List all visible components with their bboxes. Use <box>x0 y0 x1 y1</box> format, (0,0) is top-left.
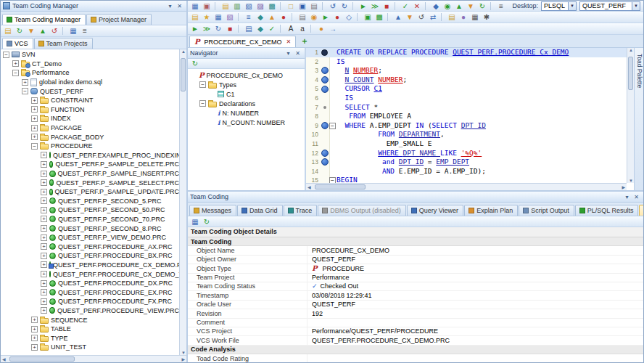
expand-icon[interactable]: + <box>41 197 47 204</box>
expand-icon[interactable]: + <box>41 207 47 213</box>
info-gutter-icon[interactable] <box>321 67 329 74</box>
tab-profiler[interactable]: Profiler <box>639 205 643 216</box>
expand-icon[interactable]: + <box>12 60 19 67</box>
code-line[interactable]: 6 IS <box>306 94 627 103</box>
refresh-list-icon[interactable]: ↻ <box>14 26 25 36</box>
expand-icon[interactable]: + <box>31 344 38 351</box>
execute-statement-icon[interactable]: ► <box>189 24 201 33</box>
code-line[interactable]: 10 FROM DEPARTMENT, <box>306 130 627 139</box>
compile-icon[interactable]: ▣ <box>362 12 373 22</box>
goto-line-icon[interactable]: → <box>327 24 339 33</box>
code-line[interactable]: 11 EMP_SMALL E <box>306 139 627 149</box>
toad-options-icon[interactable]: ≡ <box>495 1 507 11</box>
database-monitor-icon[interactable]: ▩ <box>266 1 278 11</box>
explain-plan-icon[interactable]: ▲ <box>266 12 278 22</box>
expand-icon[interactable]: + <box>41 161 47 168</box>
tree-item[interactable]: −SVN <box>1 50 179 60</box>
tree-item[interactable]: +TABLE <box>1 325 179 334</box>
info-gutter-icon[interactable] <box>321 122 329 129</box>
end-connection-icon[interactable]: ▣ <box>201 1 212 11</box>
collapse-icon[interactable]: − <box>31 143 38 150</box>
pin-icon[interactable]: ▾ <box>165 1 175 11</box>
vcs-check-in-icon[interactable]: ▲ <box>392 12 404 22</box>
tree-item[interactable]: +TYPE <box>1 333 179 343</box>
execute-script-icon[interactable]: ≫ <box>369 1 381 11</box>
tab-trace[interactable]: Trace <box>284 205 318 216</box>
vcs-tree-vertical-scrollbar[interactable] <box>179 49 186 355</box>
check-in-icon[interactable]: ▲ <box>37 26 49 36</box>
toad-palette-strip[interactable]: Toad Palette <box>634 48 643 190</box>
tree-item[interactable]: PROCEDURE_Cx_DEMO <box>188 70 305 80</box>
tab-explain-plan[interactable]: Explain Plan <box>464 205 518 216</box>
calculator-icon[interactable]: ▦ <box>469 12 481 22</box>
expand-icon[interactable]: + <box>31 317 38 323</box>
code-line[interactable]: 9− WHERE A.EMP_DEPT IN (SELECT DPT_ID <box>306 121 627 131</box>
info-gutter-icon[interactable] <box>321 76 329 83</box>
info-gutter-icon[interactable] <box>321 158 329 166</box>
tree-item[interactable]: +QUEST_PERF.P_SAMPLE_DELETE.PRC <box>1 160 179 169</box>
mark-gutter-icon[interactable] <box>321 49 329 56</box>
session-browser-icon[interactable]: ▨ <box>255 1 266 11</box>
tree-item[interactable]: +QUEST_PERF.PROCEDURE_VIEW.PRC <box>1 306 179 316</box>
undo-icon[interactable]: ↺ <box>327 1 339 11</box>
undo-checkout-icon[interactable]: ↺ <box>49 26 60 36</box>
close-icon[interactable]: ✕ <box>175 1 184 11</box>
code-editor[interactable]: 1CREATE OR REPLACE PROCEDURE QUEST_PERF.… <box>306 48 634 190</box>
tab-query-viewer[interactable]: Query Viewer <box>407 205 463 216</box>
check-in-object-icon[interactable]: ▲ <box>453 1 465 11</box>
pin-icon[interactable]: ▾ <box>284 49 293 58</box>
tree-item[interactable]: −Declarations <box>188 99 305 108</box>
expand-icon[interactable]: + <box>41 216 47 222</box>
dot-gutter-icon[interactable] <box>321 106 329 109</box>
tree-item[interactable]: +QUEST_PERF.P_SECOND_8.PRC <box>1 224 179 233</box>
collapse-icon[interactable]: − <box>22 88 28 94</box>
code-line[interactable]: 8 FROM EMPLOYEE A <box>306 112 627 121</box>
fold-icon[interactable]: − <box>329 123 336 129</box>
tree-item[interactable]: −QUEST_PERF <box>1 86 179 96</box>
expand-icon[interactable]: + <box>41 179 47 186</box>
expand-icon[interactable]: + <box>31 335 38 341</box>
expand-icon[interactable]: + <box>41 298 47 305</box>
font-smaller-icon[interactable]: a <box>297 24 308 33</box>
fold-icon[interactable]: − <box>329 177 336 183</box>
format-code-icon[interactable]: ≡ <box>243 12 255 22</box>
tree-item[interactable]: +PACKAGE_BODY <box>1 132 179 142</box>
sql-editor-icon[interactable]: ▧ <box>243 1 255 11</box>
tree-item[interactable]: +PACKAGE <box>1 123 179 133</box>
expand-icon[interactable]: + <box>41 234 47 241</box>
tree-item[interactable]: −Types <box>188 80 305 89</box>
expand-icon[interactable]: + <box>31 134 38 140</box>
tree-item[interactable]: +SEQUENCE <box>1 315 179 325</box>
vcs-history-icon[interactable]: ▦ <box>67 26 79 36</box>
code-snippets-icon[interactable]: ▤ <box>446 12 458 22</box>
tree-item[interactable]: +QUEST_PERF.PROCEDURE_FX.PRC <box>1 297 179 306</box>
print-icon[interactable]: ▤ <box>308 1 320 11</box>
close-tab-icon[interactable]: ✕ <box>286 38 292 45</box>
debugger-icon[interactable]: ► <box>320 12 331 22</box>
gear-icon[interactable]: ✱ <box>481 12 492 22</box>
tree-item[interactable]: +QUEST_PERF.P_VIEW_DEMO.PRC <box>1 233 179 242</box>
save-file-icon[interactable]: ▣ <box>297 1 308 11</box>
expand-icon[interactable]: + <box>41 261 47 268</box>
vcs-tree-horizontal-scrollbar[interactable] <box>1 355 186 362</box>
tree-item[interactable]: +UNIT_TEST <box>1 343 179 352</box>
tab-messages[interactable]: Messages <box>189 205 236 216</box>
refresh-details-icon[interactable]: ↻ <box>201 217 212 227</box>
tab-data-grid[interactable]: Data Grid <box>237 205 283 216</box>
tree-item[interactable]: +QUEST_PERF.P_SAMPLE_SELECT.PRC <box>1 178 179 187</box>
info-gutter-icon[interactable] <box>321 150 329 157</box>
tab-project-manager[interactable]: Project Manager <box>86 14 152 25</box>
editor-tab-procedure-cx-demo[interactable]: PROCEDURE_CX_DEMO ✕ <box>189 36 296 47</box>
export-details-icon[interactable]: ▦ <box>189 217 201 227</box>
code-line[interactable]: 5 CURSOR C1 <box>306 84 627 94</box>
wizard-icon[interactable]: ★ <box>201 12 212 22</box>
expand-icon[interactable]: + <box>41 253 47 259</box>
pin-icon[interactable]: ▾ <box>622 192 632 202</box>
new-tab-button[interactable]: ＋ <box>300 36 308 46</box>
bookmark-icon[interactable]: ● <box>315 24 327 33</box>
compare-files-icon[interactable]: ⇄ <box>427 12 439 22</box>
expand-icon[interactable]: + <box>41 289 47 295</box>
auto-trace-icon[interactable]: ● <box>278 12 289 22</box>
code-line[interactable]: 7 SELECT * <box>306 103 627 113</box>
tree-item[interactable]: +QUEST_PERF.P_SECOND_5.PRC <box>1 197 179 206</box>
